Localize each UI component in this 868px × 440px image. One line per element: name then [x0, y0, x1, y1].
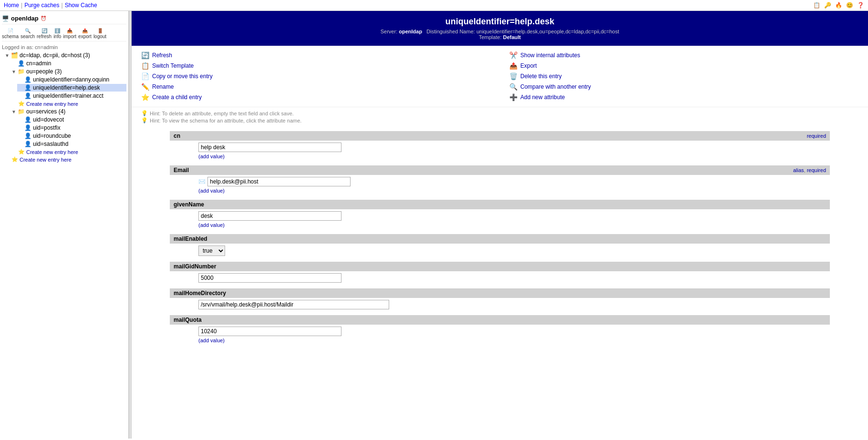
add-value-mailquota[interactable]: (add value) [198, 338, 225, 343]
attr-row-mailquota: mailQuota (add value) [170, 315, 830, 344]
attr-input-row-mailenabled: true false [170, 246, 830, 256]
server-icon: 🖥️ [2, 15, 9, 22]
main-content: uniqueIdentifier=help.desk Server: openl… [132, 11, 868, 439]
tree-row-saslauthd[interactable]: 👤 uid=saslauthd [17, 140, 126, 148]
import-button[interactable]: 📥 import [63, 28, 76, 39]
logout-label: logout [93, 34, 106, 39]
attr-row-mailenabled: mailEnabled true false [170, 234, 830, 256]
attr-select-mailenabled[interactable]: true false [198, 246, 225, 256]
attr-input-row-email: ✉️ [170, 177, 830, 186]
purge-caches-link[interactable]: Purge caches [24, 2, 59, 9]
add-value-givenname[interactable]: (add value) [198, 222, 225, 228]
compare-action[interactable]: 🔍 Compare with another entry [509, 83, 858, 91]
tree-row-services[interactable]: ▼ 📁 ou=services (4) [10, 108, 126, 115]
topbar: Home | Purge caches | Show Cache 📋 🔑 🔥 😊… [0, 0, 868, 11]
tree-row-admin[interactable]: 👤 cn=admin [10, 60, 126, 67]
required-link-cn[interactable]: required [807, 133, 826, 139]
create-child-label: Create a child entry [152, 94, 202, 101]
tree-item-root: ▼ 🗂️ dc=ldap, dc=pii, dc=host (3) 👤 cn=a… [4, 51, 126, 163]
search-icon: 🔍 [25, 28, 31, 33]
show-internal-action[interactable]: ✂️ Show internal attributes [509, 51, 858, 59]
export-button[interactable]: 📤 export [78, 28, 92, 39]
refresh-icon: 🔄 [41, 28, 47, 33]
copy-move-action[interactable]: 📄 Copy or move this entry [141, 72, 490, 80]
create-child-action[interactable]: ⭐ Create a child entry [141, 93, 490, 101]
schema-button[interactable]: 📄 schema [2, 28, 19, 39]
tree-item-postfix: 👤 uid=postfix [17, 124, 126, 132]
tree-row-trainer[interactable]: 👤 uniqueIdentifier=trainer.acct [17, 92, 126, 100]
tree-row-roundcube[interactable]: 👤 uid=roundcube [17, 132, 126, 140]
attr-input-givenname[interactable] [198, 211, 341, 221]
alias-link-email[interactable]: alias [793, 167, 804, 173]
refresh-action[interactable]: 🔄 Refresh [141, 51, 490, 59]
attr-row-mailhomedirectory: mailHomeDirectory [170, 288, 830, 309]
tree-item-create-services: ⭐ Create new entry here [17, 148, 126, 155]
attr-input-cn[interactable] [198, 143, 341, 152]
attr-label-row-mailhomedirectory: mailHomeDirectory [170, 288, 830, 298]
attr-label-row-mailenabled: mailEnabled [170, 234, 830, 244]
tree-row-people[interactable]: ▼ 📁 ou=people (3) [10, 68, 126, 75]
required-link-email[interactable]: required [807, 167, 826, 173]
home-link[interactable]: Home [4, 2, 19, 9]
user-icon-admin: 👤 [18, 60, 25, 67]
tree-label-helpdesk: uniqueIdentifier=help.desk [33, 84, 100, 91]
create-entry-people[interactable]: ⭐ Create new entry here [17, 100, 126, 107]
tree-row-danny[interactable]: 👤 uniqueIdentifier=danny.oquinn [17, 76, 126, 83]
tree-row-dovecot[interactable]: 👤 uid=dovecot [17, 116, 126, 123]
info-icon: ℹ️ [54, 28, 60, 33]
attr-input-email[interactable] [207, 177, 351, 186]
show-cache-link[interactable]: Show Cache [65, 2, 97, 9]
tree-label-root: dc=ldap, dc=pii, dc=host (3) [20, 52, 90, 59]
logout-icon: 🚪 [97, 28, 103, 33]
search-button[interactable]: 🔍 search [21, 28, 35, 39]
rename-action[interactable]: ✏️ Rename [141, 83, 490, 91]
attr-label-cn: cn [174, 133, 180, 139]
switch-template-icon: 📋 [141, 62, 149, 70]
attr-label-mailenabled: mailEnabled [174, 235, 207, 242]
logout-button[interactable]: 🚪 logout [93, 28, 106, 39]
delete-action[interactable]: 🗑️ Delete this entry [509, 72, 858, 80]
entry-title: uniqueIdentifier=help.desk [137, 17, 862, 27]
tree-label-services: ou=services (4) [26, 108, 65, 115]
entry-meta: Server: openldap Distinguished Name: uni… [137, 29, 862, 40]
export-icon: 📤 [82, 28, 88, 33]
attributes-area: cn required (add value) Email alias, [132, 126, 868, 354]
export-action-icon: 📤 [509, 62, 517, 70]
hints-area: 💡 Hint: To delete an attribute, empty th… [132, 107, 868, 126]
attr-label-row-givenname: givenName [170, 200, 830, 209]
attr-row-cn: cn required (add value) [170, 131, 830, 160]
attr-input-mailquota[interactable] [198, 327, 341, 336]
tree-row-root[interactable]: ▼ 🗂️ dc=ldap, dc=pii, dc=host (3) [4, 51, 126, 59]
add-value-cn[interactable]: (add value) [198, 153, 225, 159]
icon2: 🔑 [824, 2, 831, 9]
attr-row-mailgidnumber: mailGidNumber [170, 262, 830, 283]
star-icon-services: ⭐ [18, 149, 25, 155]
attr-input-mailhomedirectory[interactable] [198, 300, 389, 309]
attr-add-value-givenname: (add value) [170, 222, 830, 228]
add-attribute-label: Add new attribute [520, 94, 565, 101]
hint-icon-1: 💡 [141, 110, 148, 116]
info-button[interactable]: ℹ️ info [53, 28, 61, 39]
add-value-email[interactable]: (add value) [198, 188, 225, 194]
export-action[interactable]: 📤 Export [509, 62, 858, 70]
actions-right: ✂️ Show internal attributes 📤 Export 🗑️ … [509, 51, 858, 101]
tree-item-danny: 👤 uniqueIdentifier=danny.oquinn [17, 76, 126, 83]
schema-label: schema [2, 34, 19, 39]
switch-template-action[interactable]: 📋 Switch Template [141, 62, 490, 70]
add-attribute-action[interactable]: ➕ Add new attribute [509, 93, 858, 101]
tree-label-admin: cn=admin [26, 60, 51, 67]
create-entry-root[interactable]: ⭐ Create new entry here [10, 156, 126, 163]
refresh-button[interactable]: 🔄 refresh [37, 28, 52, 39]
create-child-icon: ⭐ [141, 93, 149, 101]
folder-icon-services: 📁 [18, 108, 25, 115]
tree-item-create-people: ⭐ Create new entry here [17, 100, 126, 107]
actions-area: 🔄 Refresh 📋 Switch Template 📄 Copy or mo… [132, 46, 868, 107]
attr-input-mailgidnumber[interactable] [198, 273, 341, 283]
tree-row-postfix[interactable]: 👤 uid=postfix [17, 124, 126, 132]
sidebar-toolbar: 📄 schema 🔍 search 🔄 refresh ℹ️ info 📥 im… [2, 26, 126, 41]
user-icon-dovecot: 👤 [24, 116, 31, 123]
create-entry-services[interactable]: ⭐ Create new entry here [17, 148, 126, 155]
rename-icon: ✏️ [141, 83, 149, 91]
switch-template-label: Switch Template [152, 62, 194, 69]
tree-row-helpdesk[interactable]: 👤 uniqueIdentifier=help.desk [17, 84, 126, 92]
